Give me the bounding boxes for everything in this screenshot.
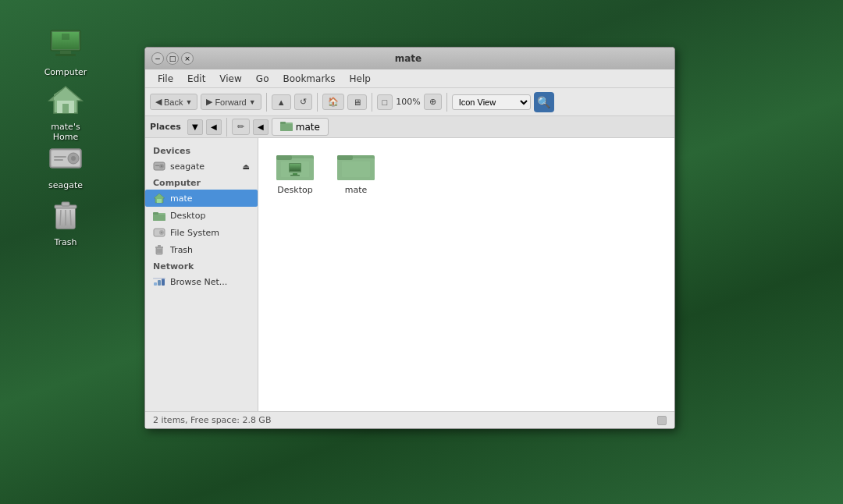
toolbar: ◀ Back ▼ ▶ Forward ▼ ▲ ↺ 🏠 🖥 □ 100%: [145, 88, 674, 116]
svg-rect-33: [153, 215, 165, 221]
sidebar-mate-label: mate: [170, 193, 193, 204]
location-back-btn[interactable]: ◀: [253, 119, 269, 135]
svg-rect-56: [290, 175, 300, 176]
svg-rect-3: [60, 51, 71, 54]
show-computer-button[interactable]: 🖥: [347, 94, 367, 110]
sidebar-item-mate[interactable]: mate: [145, 190, 258, 207]
search-button[interactable]: 🔍: [534, 92, 554, 112]
sidebar-section-network: Network: [145, 258, 258, 273]
places-label: Places: [150, 122, 184, 132]
trash-sidebar-icon: [153, 243, 165, 256]
edit-location-button[interactable]: ✏: [232, 119, 250, 135]
sidebar-item-seagate[interactable]: seagate ⏏: [145, 158, 258, 175]
breadcrumb-back-button[interactable]: ◀: [206, 119, 222, 135]
svg-rect-4: [55, 54, 76, 56]
forward-button[interactable]: ▶ Forward ▼: [201, 94, 261, 110]
toolbar-sep-1: [266, 93, 267, 112]
content-area: Devices seagate ⏏ Computer: [145, 138, 674, 411]
titlebar-left-controls: − □ ×: [151, 52, 194, 65]
seagate-icon-label: seagate: [48, 180, 83, 190]
toolbar-sep-4: [446, 93, 447, 112]
desktop-icon-seagate[interactable]: seagate: [34, 137, 97, 193]
svg-rect-60: [342, 161, 370, 177]
svg-point-37: [161, 232, 162, 233]
svg-line-22: [70, 210, 71, 225]
desktop-icon-computer[interactable]: Computer: [34, 23, 97, 80]
zoom-in-icon: ⊕: [429, 97, 436, 107]
menu-edit[interactable]: Edit: [181, 72, 212, 86]
toggle-places-button[interactable]: ▼: [187, 119, 203, 135]
window-minimize-button[interactable]: −: [151, 52, 164, 65]
mate-folder-label: mate: [345, 185, 368, 195]
desktop-icon-trash[interactable]: Trash: [34, 193, 97, 250]
seagate-icon: [47, 140, 84, 177]
back-arrow-icon: ◀: [155, 97, 162, 107]
mates-home-icon: [47, 81, 84, 119]
zoom-value: 100%: [396, 97, 420, 107]
reload-button[interactable]: ↺: [294, 94, 312, 110]
sidebar-section-computer: Computer: [145, 175, 258, 190]
svg-rect-44: [154, 282, 157, 286]
desktop-icon-mates-home[interactable]: mate's Home: [34, 78, 97, 145]
sidebar-eject-icon[interactable]: ⏏: [243, 162, 250, 171]
locationbar: Places ▼ ◀ ✏ ◀ mate: [145, 116, 674, 138]
scrollbar-thumb[interactable]: [657, 416, 667, 425]
trash-desktop-icon-label: Trash: [54, 237, 76, 247]
menubar: File Edit View Go Bookmarks Help: [145, 69, 674, 88]
view-select[interactable]: Icon View List View Compact View: [452, 94, 531, 110]
window-close-button[interactable]: ×: [181, 52, 194, 65]
svg-rect-55: [293, 173, 297, 175]
svg-rect-50: [276, 155, 292, 160]
loc-sep: [226, 118, 227, 137]
home-sidebar-icon: [153, 192, 165, 204]
folder-sidebar-icon: [153, 209, 165, 222]
sidebar-filesystem-label: File System: [170, 228, 219, 238]
zoom-control: 100%: [396, 97, 420, 107]
file-icon-mate[interactable]: mate: [329, 147, 383, 198]
forward-dropdown-icon: ▼: [249, 98, 256, 106]
computer-icon-label: Computer: [44, 67, 87, 77]
show-home-button[interactable]: 🏠: [322, 94, 344, 110]
hdd-sidebar-icon: [153, 160, 165, 172]
menu-help[interactable]: Help: [343, 72, 377, 86]
sidebar-item-filesystem[interactable]: File System: [145, 224, 258, 241]
svg-rect-45: [158, 280, 161, 286]
svg-rect-19: [62, 202, 69, 206]
breadcrumb-label: mate: [296, 122, 320, 133]
menu-go[interactable]: Go: [250, 72, 276, 86]
mate-folder-icon: [337, 151, 375, 182]
edit-icon: ✏: [237, 122, 244, 132]
up-arrow-icon: ▲: [277, 98, 286, 107]
svg-line-20: [60, 210, 61, 225]
svg-rect-29: [155, 165, 159, 167]
sidebar-trash-label: Trash: [170, 245, 193, 255]
file-view: Desktop mate: [258, 138, 674, 411]
sidebar-browse-net-label: Browse Net...: [170, 277, 227, 287]
zoom-in-button[interactable]: ⊕: [424, 94, 442, 110]
zoom-out-button[interactable]: □: [377, 94, 393, 110]
sidebar-item-browse-net[interactable]: Browse Net...: [145, 273, 258, 290]
sidebar-section-devices: Devices: [145, 143, 258, 158]
back-button[interactable]: ◀ Back ▼: [150, 94, 197, 110]
filesystem-sidebar-icon: [153, 226, 165, 239]
sidebar-item-desktop[interactable]: Desktop: [145, 207, 258, 224]
up-button[interactable]: ▲: [272, 94, 291, 110]
breadcrumb-tab-mate[interactable]: mate: [272, 118, 329, 136]
window-maximize-button[interactable]: □: [166, 52, 179, 65]
status-text: 2 items, Free space: 2.8 GB: [153, 415, 271, 425]
svg-rect-31: [157, 199, 162, 203]
menu-view[interactable]: View: [213, 72, 247, 86]
menu-bookmarks[interactable]: Bookmarks: [276, 72, 341, 86]
svg-rect-59: [337, 155, 353, 160]
menu-file[interactable]: File: [151, 72, 180, 86]
svg-rect-14: [54, 156, 66, 158]
sidebar-item-trash[interactable]: Trash: [145, 241, 258, 258]
window-title: mate: [194, 53, 623, 64]
forward-label: Forward: [215, 98, 246, 107]
statusbar: 2 items, Free space: 2.8 GB: [145, 411, 674, 428]
desktop-folder-label: Desktop: [277, 185, 312, 195]
back-dropdown-icon: ▼: [185, 98, 192, 106]
file-icon-desktop[interactable]: Desktop: [268, 147, 322, 198]
svg-rect-15: [54, 159, 63, 161]
toolbar-sep-3: [372, 93, 372, 112]
